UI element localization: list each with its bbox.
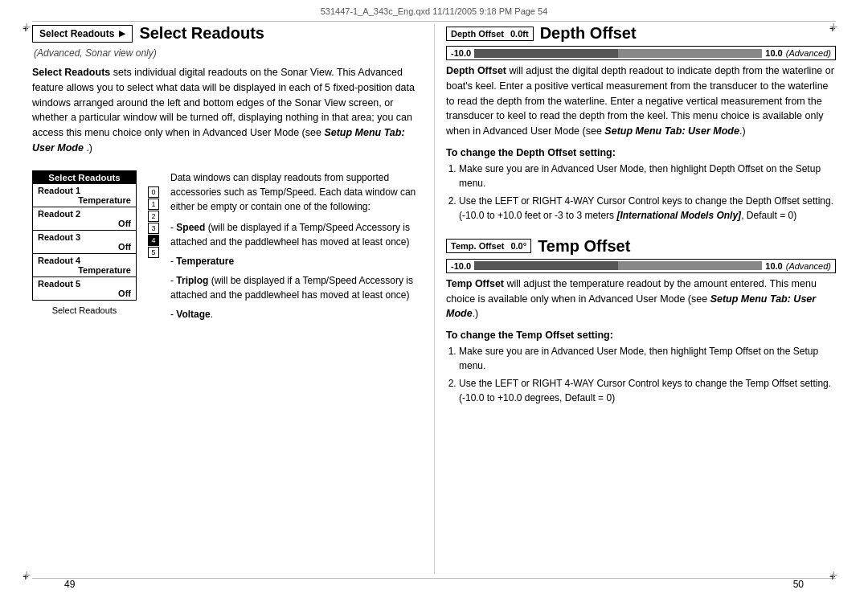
side-num-3: 3 (148, 223, 159, 234)
depth-offset-title: Depth Offset (540, 24, 637, 43)
readout-row-2: Readout 2 Off (33, 207, 136, 231)
depth-offset-menu-label: Depth Offset (451, 29, 504, 39)
body-text-bold: Select Readouts (32, 67, 110, 78)
readout-4-label: Readout 4 (38, 256, 80, 265)
depth-offset-subheading: To change the Depth Offset setting: (446, 147, 836, 158)
temp-step-2: Use the LEFT or RIGHT 4-WAY Cursor Contr… (459, 376, 836, 405)
page-header: 531447-1_A_343c_Eng.qxd 11/11/2005 9:18 … (32, 6, 836, 16)
side-numbers: 0 1 2 3 4 5 (148, 186, 159, 258)
depth-offset-menu-box: Depth Offset 0.0ft (446, 27, 534, 41)
select-readouts-header: Select Readouts ▶ Select Readouts (32, 24, 422, 43)
readout-row-3: Readout 3 Off (33, 231, 136, 254)
temp-offset-title: Temp Offset (538, 237, 630, 256)
depth-offset-slider-row: -10.0 10.0 (Advanced) (446, 46, 836, 60)
menu-arrow-icon: ▶ (119, 29, 125, 38)
side-num-4: 4 (148, 235, 159, 246)
readout-5-label: Readout 5 (38, 279, 80, 289)
side-num-5: 5 (148, 247, 159, 258)
readout-3-value: Off (38, 242, 131, 252)
select-readouts-subtitle: (Advanced, Sonar view only) (34, 47, 422, 59)
depth-slider-advanced: (Advanced) (786, 48, 831, 58)
temp-offset-section: Temp. Offset 0.0° Temp Offset -10.0 10.0… (446, 237, 836, 408)
diagram-caption: Select Readouts (52, 305, 117, 315)
temp-offset-menu-box: Temp. Offset 0.0° (446, 239, 531, 253)
depth-offset-header-area: Depth Offset 0.0ft Depth Offset (446, 24, 836, 43)
select-readouts-body: Select Readouts sets individual digital … (32, 65, 422, 156)
temperature-bullet: - Temperature (170, 254, 422, 268)
top-rule (32, 21, 836, 22)
body-text-end: .) (86, 142, 92, 154)
page-numbers: 49 50 (0, 579, 868, 590)
readout-3-label: Readout 3 (38, 232, 80, 242)
depth-slider-right-label: 10.0 (765, 48, 782, 58)
voltage-bullet: - Voltage. (170, 307, 422, 322)
depth-offset-section: Depth Offset 0.0ft Depth Offset -10.0 10… (446, 24, 836, 226)
left-page-number: 49 (64, 579, 75, 590)
readout-2-label: Readout 2 (38, 209, 80, 219)
depth-step-2: Use the LEFT or RIGHT 4-WAY Cursor Contr… (459, 194, 836, 223)
right-page-number: 50 (793, 579, 804, 590)
temp-slider-advanced: (Advanced) (786, 261, 831, 271)
readout-row-4: Readout 4 Temperature (33, 254, 136, 277)
readout-2-value: Off (38, 219, 131, 228)
readout-5-value: Off (38, 289, 131, 298)
temp-offset-slider-row: -10.0 10.0 (Advanced) (446, 259, 836, 273)
depth-slider-left-label: -10.0 (451, 48, 471, 58)
depth-offset-menu-value: 0.0ft (510, 29, 529, 39)
right-column: Depth Offset 0.0ft Depth Offset -10.0 10… (446, 24, 836, 574)
temp-slider-track (474, 261, 762, 270)
diagram-area: Select Readouts Readout 1 Temperature Re… (32, 170, 422, 326)
temp-step-1: Make sure you are in Advanced User Mode,… (459, 344, 836, 373)
temp-slider-right-label: 10.0 (765, 261, 782, 271)
readout-1-value: Temperature (38, 195, 131, 205)
left-column: Select Readouts ▶ Select Readouts (Advan… (32, 24, 422, 574)
temp-offset-steps: Make sure you are in Advanced User Mode,… (446, 344, 836, 405)
readout-1-label: Readout 1 (38, 186, 80, 195)
depth-slider-track (474, 49, 762, 58)
speed-bullet: - Speed (will be displayed if a Temp/Spe… (170, 220, 422, 249)
readout-row-5: Readout 5 Off (33, 277, 136, 300)
temp-offset-subheading: To change the Temp Offset setting: (446, 330, 836, 341)
diagram-text: Data windows can display readouts from s… (170, 170, 422, 326)
temp-offset-body: Temp Offset will adjust the temperature … (446, 276, 836, 322)
temp-offset-menu-value: 0.0° (510, 241, 526, 251)
temp-offset-menu-label: Temp. Offset (451, 241, 504, 251)
depth-offset-steps: Make sure you are in Advanced User Mode,… (446, 162, 836, 223)
temp-slider-left-label: -10.0 (451, 261, 471, 271)
menu-box-label: Select Readouts (39, 28, 114, 39)
readout-4-value: Temperature (38, 265, 131, 275)
section-title-select-readouts: Select Readouts (139, 24, 264, 43)
side-num-2: 2 (148, 211, 159, 222)
temp-offset-header-area: Temp. Offset 0.0° Temp Offset (446, 237, 836, 256)
triplog-bullet: - Triplog (will be displayed if a Temp/S… (170, 273, 422, 302)
readouts-panel-header: Select Readouts (33, 171, 136, 184)
depth-step-1: Make sure you are in Advanced User Mode,… (459, 162, 836, 190)
depth-offset-body: Depth Offset will adjust the digital dep… (446, 63, 836, 139)
side-num-0: 0 (148, 186, 159, 198)
side-num-1: 1 (148, 199, 159, 210)
readouts-panel: Select Readouts Readout 1 Temperature Re… (32, 170, 137, 301)
readout-row-1: Readout 1 Temperature (33, 184, 136, 207)
select-readouts-menu-box: Select Readouts ▶ (32, 25, 133, 43)
diagram-intro: Data windows can display readouts from s… (170, 170, 422, 214)
